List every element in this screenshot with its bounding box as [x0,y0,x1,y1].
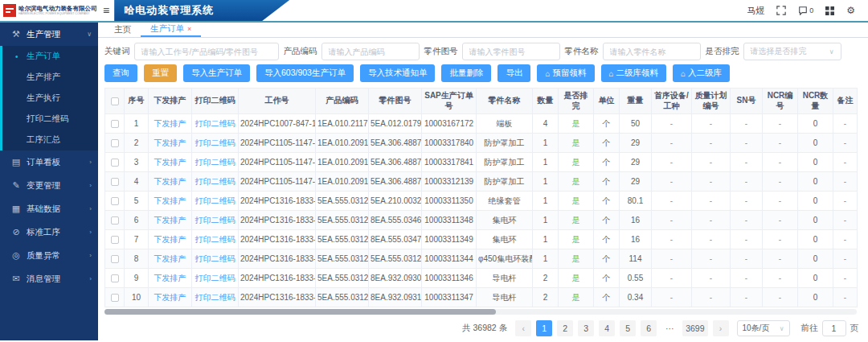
print-qrcode-link[interactable]: 打印二维码 [192,114,239,134]
page-button-2[interactable]: 2 [557,320,573,336]
cell-first-eq: - [652,153,692,172]
cell-sap-no: 10003167172 [422,114,477,134]
cell-qty: 1 [533,192,559,211]
dispatch-link[interactable]: 下发排产 [149,114,192,134]
page-button-3699[interactable]: 3699 [682,320,707,336]
dispatch-link[interactable]: 下发排产 [149,192,192,211]
dispatch-link[interactable]: 下发排产 [149,269,192,288]
query-button[interactable]: 查询 [104,64,137,82]
sidebar-item-message-management[interactable]: ✉消息管理› [0,267,98,290]
tab-close-icon[interactable]: × [187,25,191,33]
import-tech-notice-button[interactable]: 导入技术通知单 [360,64,436,82]
tab-home[interactable]: 主页 [104,23,141,37]
print-qrcode-link[interactable]: 打印二维码 [192,249,239,269]
sidebar-item-order-board[interactable]: ▤订单看板› [0,150,98,174]
goto-page-input[interactable] [822,320,846,336]
filter-keyword-input[interactable] [134,43,279,60]
sidebar-subitem-label: 生产排产 [27,72,60,83]
apps-grid-icon[interactable] [825,6,834,15]
app-title: 哈电动装管理系统 [124,4,214,16]
filter-product-code-input[interactable] [321,43,420,60]
secondary-store-in-button[interactable]: ⌂入二级库 [673,64,730,82]
prev-page-button[interactable]: ‹ [515,320,531,336]
row-checkbox[interactable] [111,139,119,147]
sidebar-item-change-management[interactable]: ✎变更管理› [0,174,98,197]
page-button-3[interactable]: 3 [578,320,594,336]
order-board-icon: ▤ [10,157,22,167]
horizontal-scrollbar[interactable] [104,309,857,315]
select-all-checkbox[interactable] [111,97,119,105]
reset-button[interactable]: 重置 [144,64,177,82]
column-header: 产品编码 [316,89,369,114]
filter-part-drawing-no: 零件图号 [424,43,560,60]
cell-first-eq: - [652,134,692,153]
row-checkbox[interactable] [111,120,119,128]
dispatch-link[interactable]: 下发排产 [149,153,192,172]
import-production-order-button[interactable]: 导入生产订单 [183,64,250,82]
print-qrcode-link[interactable]: 打印二维码 [192,230,239,249]
page-button-4[interactable]: 4 [599,320,615,336]
home-icon: ⌂ [545,69,550,78]
row-checkbox[interactable] [111,159,119,167]
print-qrcode-link[interactable]: 打印二维码 [192,269,239,288]
user-name[interactable]: 马煜 [747,5,764,17]
dispatch-link[interactable]: 下发排产 [149,211,192,230]
row-checkbox[interactable] [111,178,119,186]
print-qrcode-link[interactable]: 打印二维码 [192,211,239,230]
filter-part-drawing-no-input[interactable] [462,43,560,60]
page-size-select[interactable]: 10条/页 ∨ [737,320,790,336]
cell-quality-plan: - [692,114,731,134]
row-checkbox[interactable] [111,274,119,282]
fullscreen-icon[interactable] [776,6,786,15]
cell-first-eq: - [652,172,692,192]
print-qrcode-link[interactable]: 打印二维码 [192,153,239,172]
filter-scheduled-status-select[interactable]: 请选择是否排完∨ [743,43,841,60]
reserve-material-button[interactable]: ⌂预留领料 [537,64,594,82]
row-checkbox[interactable] [111,294,119,302]
dispatch-link[interactable]: 下发排产 [149,172,192,192]
chevron-down-icon: ∨ [829,48,834,56]
filter-part-name-input[interactable] [603,43,701,60]
dispatch-link[interactable]: 下发排产 [149,288,192,307]
sidebar-subitem-production-order[interactable]: •生产订单 [2,46,98,67]
import-603-903-order-button[interactable]: 导入603/903生产订单 [256,64,354,82]
batch-delete-button[interactable]: 批量删除 [441,64,491,82]
export-button[interactable]: 导出 [497,64,530,82]
print-qrcode-link[interactable]: 打印二维码 [192,172,239,192]
cell-scheduled: 是 [559,249,594,269]
sidebar-collapse-icon[interactable]: ≡ [98,4,114,17]
sidebar-subitem-process-summary[interactable]: 工序汇总 [2,130,98,150]
print-qrcode-link[interactable]: 打印二维码 [192,192,239,211]
tab-production-order[interactable]: 生产订单× [141,23,201,37]
dispatch-link[interactable]: 下发排产 [149,230,192,249]
sidebar-subitem-production-execution[interactable]: 生产执行 [2,88,98,109]
row-checkbox[interactable] [111,236,119,244]
page-button-1[interactable]: 1 [536,320,552,336]
row-checkbox[interactable] [111,216,119,225]
dispatch-link[interactable]: 下发排产 [149,249,192,269]
scrollbar-thumb[interactable] [104,309,496,315]
page-button-5[interactable]: 5 [620,320,636,336]
notifications-icon[interactable]: 0 [798,6,813,15]
sidebar-item-base-data[interactable]: ▦基础数据› [0,197,98,220]
settings-gear-icon[interactable]: ⚙ [846,6,855,15]
next-page-button[interactable]: › [713,320,729,336]
sidebar-subitem-production-scheduling[interactable]: 生产排产 [2,67,98,88]
dispatch-link[interactable]: 下发排产 [149,134,192,153]
row-checkbox[interactable] [111,255,119,263]
cell-ncr-no: - [763,211,798,230]
page-button-6[interactable]: 6 [641,320,657,336]
row-checkbox[interactable] [111,197,119,205]
app-window: 哈尔滨电气动力装备有限公司 HARBIN ELECTRIC POWER EQUI… [0,0,868,342]
cell-ncr-qty: 0 [798,172,833,192]
home-icon: ⌂ [609,69,614,78]
cell-qty: 1 [533,230,559,249]
sidebar-subitem-print-qrcode[interactable]: 打印二维码 [2,109,98,130]
print-qrcode-link[interactable]: 打印二维码 [192,134,239,153]
sidebar-item-quality-exception[interactable]: ◎质量异常› [0,244,98,267]
print-qrcode-link[interactable]: 打印二维码 [192,288,239,307]
cell-unit: 个 [594,249,620,269]
sidebar-item-production-management[interactable]: ⚒生产管理∨ [0,23,98,46]
secondary-store-pick-button[interactable]: ⌂二级库领料 [601,64,667,82]
sidebar-item-standard-process[interactable]: ⊘标准工序› [0,220,98,244]
